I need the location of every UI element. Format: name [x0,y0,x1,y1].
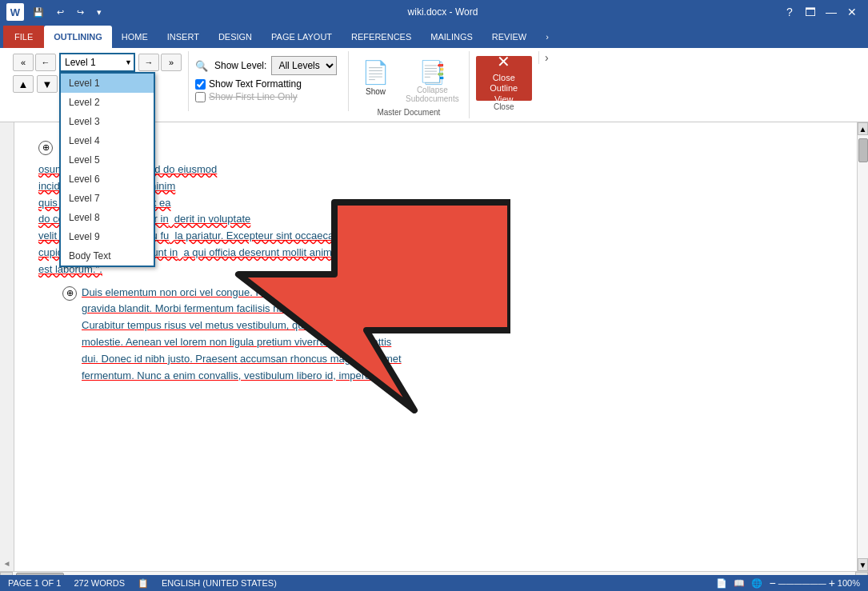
show-level-label: Show Level: [214,60,266,71]
tab-review[interactable]: REVIEW [482,26,536,48]
show-level-row: 🔍 Show Level: All Levels [195,56,337,75]
save-btn[interactable]: 💾 [29,6,48,19]
status-right: 📄 📖 🌐 − —————— + 100% [716,577,860,589]
show-level-select[interactable]: All Levels [271,56,337,75]
restore-button[interactable]: 🗖 [801,2,820,22]
doc-view-read[interactable]: 📖 [734,578,745,589]
level-select[interactable]: Level 1 ▼ [59,53,135,72]
show-icon: 📄 [362,59,390,86]
level-select-value: Level 1 [65,57,96,68]
language: ENGLISH (UNITED STATES) [162,578,277,588]
doc-left-margin: ◄ [0,122,14,571]
tab-more[interactable]: › [536,26,558,48]
sub-item-1: ⊕ Duis elementum non orci vel congue. Fu… [62,285,833,385]
zoom-slider[interactable]: —————— [778,579,826,588]
redo-btn[interactable]: ↪ [73,6,88,19]
show-button[interactable]: 📄 Show [355,56,396,99]
status-bar: PAGE 1 OF 1 272 WORDS 📋 ENGLISH (UNITED … [0,575,868,591]
sub-item-expand-icon[interactable]: ⊕ [62,286,77,301]
doc-view-print[interactable]: 📄 [716,578,727,589]
show-text-formatting-row: Show Text Formatting [195,78,302,90]
tab-mailings[interactable]: MAILINGS [421,26,482,48]
tab-home[interactable]: HOME [112,26,158,48]
quick-access-more[interactable]: ▾ [93,6,106,19]
level-dropdown-arrow: ▼ [125,58,132,66]
show-first-line-label[interactable]: Show First Line Only [209,91,298,102]
tab-page-layout[interactable]: PAGE LAYOUT [262,26,342,48]
show-first-line-checkbox[interactable] [195,92,206,102]
level-item-6[interactable]: Level 6 [61,170,154,189]
zoom-level: 100% [838,578,860,588]
level-item-8[interactable]: Level 8 [61,208,154,227]
scroll-left-indicator: ◄ [3,559,11,568]
move-up-btn[interactable]: ▲ [13,75,34,93]
master-doc-label: Master Document [355,106,462,117]
doc-scrollbar: ▲ ▼ [857,122,868,571]
show-first-line-row: Show First Line Only [195,91,298,102]
window-title: wiki.docx - Word [408,6,478,18]
level-item-9[interactable]: Level 9 [61,227,154,246]
sub-item-text-1: Duis elementum non orci vel congue. Fusc… [82,285,402,385]
show-text-formatting-label[interactable]: Show Text Formatting [209,78,302,90]
show-level-icon: 🔍 [195,60,208,72]
close-button[interactable]: ✕ [842,2,862,22]
level-dropdown: Level 1 Level 2 Level 3 Level 4 Level 5 … [59,72,155,267]
promote-to-heading1-btn[interactable]: « [13,54,34,71]
level-item-7[interactable]: Level 7 [61,189,154,208]
ribbon: « ← Level 1 ▼ Level 1 Level 2 Level 3 Le… [0,48,868,122]
titlebar-right: ? 🗖 — ✕ [780,2,862,22]
ribbon-tabs: FILE OUTLINING HOME INSERT DESIGN PAGE L… [0,24,868,48]
title-bar: W 💾 ↩ ↪ ▾ wiki.docx - Word ? 🗖 — ✕ [0,0,868,24]
level-item-2[interactable]: Level 2 [61,93,154,112]
show-level-section: 🔍 Show Level: All Levels Show Text Forma… [189,51,349,111]
tab-insert[interactable]: INSERT [158,26,209,48]
close-outline-label: Close Outline View [486,73,522,105]
level-item-body[interactable]: Body Text [61,246,154,266]
level-item-5[interactable]: Level 5 [61,150,154,170]
demote-btn[interactable]: → [138,54,159,71]
proofing-icon[interactable]: 📋 [138,578,149,589]
close-outline-icon: ✕ [497,52,510,71]
ribbon-scroll-arrow[interactable]: › [538,51,554,64]
word-count: 272 WORDS [74,578,125,588]
heading-expand-icon[interactable]: ⊕ [38,141,53,155]
scroll-up-arrow[interactable]: ▲ [858,122,868,135]
close-section: ✕ Close Outline View Close [470,51,538,113]
word-icon: W [6,3,24,21]
collapse-subdoc-icon: 📑 [418,59,446,86]
promote-btn[interactable]: ← [35,54,56,71]
scroll-down-arrow[interactable]: ▼ [858,558,868,571]
level-item-4[interactable]: Level 4 [61,131,154,150]
collapse-subdoc-btn[interactable]: 📑 Collapse Subdocuments [402,56,462,106]
show-label: Show [366,87,386,96]
level-item-1[interactable]: Level 1 [61,74,154,93]
heading-row: ⊕ ED [38,138,833,157]
undo-btn[interactable]: ↩ [53,6,68,19]
close-outline-view-button[interactable]: ✕ Close Outline View [476,56,532,101]
demote-to-body-btn[interactable]: » [161,54,182,71]
doc-paragraph-1: osum dolo iscing elit, sed do eiusmod in… [38,162,833,278]
titlebar-left: W 💾 ↩ ↪ ▾ [6,3,106,21]
outline-tools-section: « ← Level 1 ▼ Level 1 Level 2 Level 3 Le… [6,51,189,111]
show-section: 📄 Show 📑 Collapse Subdocuments Master Do… [349,51,470,118]
tab-design[interactable]: DESIGN [209,26,262,48]
zoom-in-btn[interactable]: + [829,577,835,589]
tab-file[interactable]: FILE [3,26,44,48]
scrollbar-thumb[interactable] [858,138,868,162]
zoom-controls: − —————— + 100% [769,577,860,589]
close-group-label: Close [476,101,532,111]
move-down-btn[interactable]: ▼ [37,75,58,93]
scrollbar-track[interactable] [858,135,868,558]
zoom-out-btn[interactable]: − [769,577,775,589]
minimize-button[interactable]: — [822,2,841,22]
show-text-formatting-checkbox[interactable] [195,79,206,90]
level-item-3[interactable]: Level 3 [61,112,154,131]
help-button[interactable]: ? [780,2,799,22]
level-select-wrap: Level 1 ▼ Level 1 Level 2 Level 3 Level … [59,53,135,72]
collapse-subdoc-label: Collapse Subdocuments [406,86,459,103]
page-info: PAGE 1 OF 1 [8,578,61,588]
tab-references[interactable]: REFERENCES [342,26,421,48]
doc-view-web[interactable]: 🌐 [751,578,762,589]
tab-outlining[interactable]: OUTLINING [44,26,112,48]
